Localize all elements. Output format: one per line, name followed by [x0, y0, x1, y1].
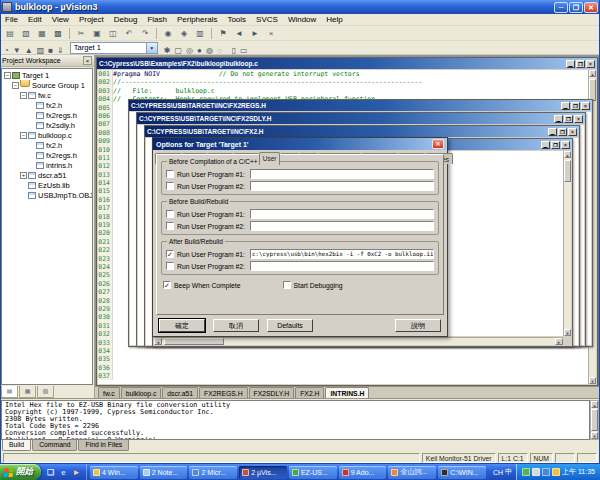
scroll-up-icon[interactable]: ▲ [589, 70, 596, 77]
menu-tools[interactable]: Tools [222, 14, 251, 25]
output-window-toggle-icon[interactable]: ▭ [239, 45, 249, 56]
media-player-icon[interactable]: ► [71, 467, 82, 478]
dialog-titlebar[interactable]: Options for Target 'Target 1' ✕ [153, 138, 447, 150]
close-icon[interactable]: × [568, 128, 577, 136]
scrollbar-thumb[interactable] [564, 160, 571, 182]
scroll-down-icon[interactable]: ▼ [589, 377, 596, 384]
copy-icon[interactable]: ▣ [90, 27, 104, 40]
workspace-close-icon[interactable]: × [83, 56, 92, 65]
restore-icon[interactable]: ❐ [576, 60, 585, 68]
disable-breakpoints-icon[interactable]: ◌ [216, 45, 223, 56]
dialog-button-說明[interactable]: 說明 [395, 319, 441, 332]
dialog-tab-user[interactable]: User [259, 152, 280, 165]
tree-item-bulkloop-c[interactable]: −bulkloop.c [2, 130, 92, 140]
menu-file[interactable]: File [0, 14, 23, 25]
close-icon[interactable]: × [586, 60, 595, 68]
expand-icon[interactable]: + [20, 172, 27, 179]
checkbox[interactable] [166, 222, 174, 230]
output-tab-command[interactable]: Command [32, 440, 77, 451]
tree-item-fx2-h[interactable]: fx2.h [2, 100, 92, 110]
network-tray-icon[interactable] [542, 468, 550, 476]
dialog-button-defaults[interactable]: Defaults [267, 319, 313, 332]
user-program-input[interactable]: c:\cypress\usb\bin\hex2bix -i -f 0xC2 -o… [250, 249, 434, 259]
tree-item-usbjmptb-obj[interactable]: USBJmpTb.OBJ [2, 190, 92, 200]
project-workspace-toggle-icon[interactable]: ▯ [231, 45, 237, 56]
collapse-icon[interactable]: − [20, 132, 27, 139]
file-config-icon[interactable]: ▢ [174, 45, 184, 56]
collapse-icon[interactable]: − [20, 92, 27, 99]
close-icon[interactable]: × [574, 115, 583, 123]
minimize-icon[interactable]: ▁ [554, 115, 563, 123]
project-tree[interactable]: −Target 1−Source Group 1−fw.cfx2.hfx2reg… [1, 68, 93, 385]
tree-item-fx2regs-h[interactable]: fx2regs.h [2, 110, 92, 120]
undo-icon[interactable]: ↶ [122, 27, 136, 40]
editor-window-titlebar[interactable]: C:\Cypress\USB\Examples\FX2\bulkloop\bul… [97, 58, 597, 69]
scroll-up-icon[interactable]: ▲ [564, 151, 571, 158]
editor-window-titlebar[interactable]: C:\CYPRESS\USB\TARGET\INC\FX2.H ▁ ❐ × [145, 126, 579, 137]
horizontal-scrollbar[interactable]: ◄ ► [154, 337, 563, 345]
stop-build-icon[interactable]: ■ [47, 45, 54, 56]
build-output-text[interactable]: Intel Hex file to EZ-USB Binary file con… [1, 400, 590, 440]
user-program-input[interactable] [250, 169, 434, 179]
vertical-scrollbar[interactable]: ▲ ▼ [590, 400, 599, 440]
output-tab-find-in-files[interactable]: Find in Files [78, 440, 129, 451]
redo-icon[interactable]: ↷ [138, 27, 152, 40]
user-program-input[interactable] [250, 261, 434, 271]
download-flash-icon[interactable]: ⇓ [56, 45, 65, 56]
scrollbar-thumb[interactable] [164, 338, 224, 345]
tree-item-fx2-h[interactable]: fx2.h [2, 140, 92, 150]
restore-icon[interactable]: ❐ [571, 102, 580, 110]
vertical-scrollbar[interactable]: ▲ ▼ [563, 151, 571, 336]
close-icon[interactable]: × [581, 102, 590, 110]
target-options-icon[interactable]: ✱ [163, 45, 172, 56]
restore-icon[interactable]: ❐ [551, 141, 560, 149]
minimize-icon[interactable]: ▁ [566, 60, 575, 68]
cut-icon[interactable]: ✂ [74, 27, 88, 40]
regs-tab[interactable]: ▦ [19, 386, 36, 398]
dialog-button-取消[interactable]: 取消 [213, 319, 259, 332]
antivirus-tray-icon[interactable] [522, 468, 530, 476]
internet-explorer-icon[interactable]: e [58, 467, 69, 478]
user-program-input[interactable] [250, 221, 434, 231]
taskbar-button-c-win[interactable]: C:\WIN... [438, 466, 486, 479]
minimize-icon[interactable]: ▁ [561, 102, 570, 110]
scroll-right-icon[interactable]: ► [555, 338, 563, 345]
file-tab-fx2regs-h[interactable]: FX2REGS.H [199, 387, 248, 398]
checkbox[interactable] [166, 262, 174, 270]
file-tab-fx2sdly-h[interactable]: FX2SDLY.H [249, 387, 295, 398]
menu-svcs[interactable]: SVCS [251, 14, 283, 25]
file-tab-dscr-a51[interactable]: dscr.a51 [162, 387, 198, 398]
app-titlebar[interactable]: bulkloop - µVision3 ─ ❐ ✕ [0, 0, 600, 14]
rebuild-all-icon[interactable]: ▲ [24, 45, 34, 56]
close-icon[interactable]: × [561, 141, 570, 149]
debug-session-icon[interactable]: ◎ [185, 45, 194, 56]
restore-icon[interactable]: ❐ [564, 115, 573, 123]
tree-item-fx2regs-h[interactable]: fx2regs.h [2, 150, 92, 160]
language-indicator[interactable]: CH 中 [489, 464, 516, 480]
scroll-up-icon[interactable]: ▲ [591, 401, 598, 408]
show-desktop-icon[interactable]: ❏ [45, 467, 56, 478]
close-icon[interactable]: ✕ [432, 139, 444, 149]
checkbox[interactable] [166, 170, 174, 178]
tree-item-fx2sdly-h[interactable]: fx2sdly.h [2, 120, 92, 130]
scroll-left-icon[interactable]: ◄ [154, 338, 162, 345]
target-select[interactable]: Target 1 ▼ [70, 42, 158, 54]
close-icon[interactable]: ✕ [584, 2, 598, 13]
file-tab-bulkloop-c[interactable]: bulkloop.c [121, 387, 162, 398]
books-tab[interactable]: ▧ [37, 386, 54, 398]
checkbox[interactable] [166, 182, 174, 190]
scroll-down-icon[interactable]: ▼ [564, 329, 571, 336]
volume-tray-icon[interactable] [552, 468, 560, 476]
enable-breakpoint-icon[interactable]: ◍ [205, 45, 214, 56]
scrollbar-thumb[interactable] [589, 79, 596, 101]
collapse-icon[interactable]: − [4, 72, 11, 79]
tree-item-ezusb-lib[interactable]: EzUsb.lib [2, 180, 92, 190]
minimize-icon[interactable]: ▁ [548, 128, 557, 136]
file-tab-fw-c[interactable]: fw.c [98, 387, 120, 398]
checkbox[interactable] [166, 210, 174, 218]
taskbar-button-4-win[interactable]: 4 Win... [90, 466, 138, 479]
batch-build-icon[interactable]: ▨ [36, 45, 46, 56]
checkbox[interactable] [283, 281, 291, 289]
start-button[interactable]: 開始 [0, 464, 41, 480]
taskbar-button-2-micr[interactable]: 2 Micr... [189, 466, 237, 479]
